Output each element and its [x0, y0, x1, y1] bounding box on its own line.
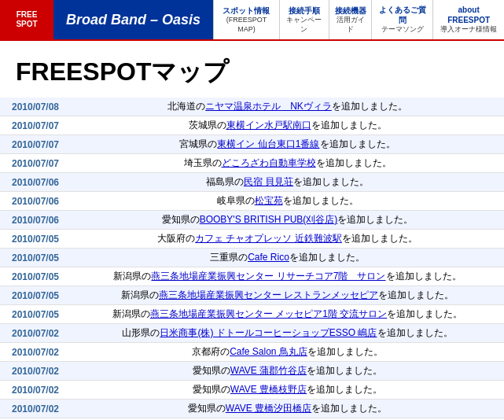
content-cell: 新潟県の燕三条地場産業振興センター リサーチコア7階 サロンを追加しました。 [71, 267, 504, 286]
brand-area: Broad Band – Oasis [53, 0, 213, 39]
content-cell: 愛知県のBOOBY'S BRITISH PUB(刈谷店)を追加しました。 [71, 211, 504, 230]
nav-item-1[interactable]: 接続手順キャンペーン [279, 0, 329, 39]
location-link[interactable]: Cafe Rico [248, 252, 289, 263]
page-title-area: FREESPOTマップ [0, 41, 504, 98]
table-row: 2010/07/06福島県の民宿 貝見荘を追加しました。 [0, 173, 504, 192]
table-row: 2010/07/02愛知県のWAVE 蒲郡竹谷店を追加しました。 [0, 362, 504, 381]
content-cell: 山形県の日米商事(株) ドトールコーヒーショップESSO 嶋店を追加しました。 [71, 324, 504, 343]
location-link[interactable]: 東横イン 仙台東口1番線 [217, 138, 319, 149]
table-row: 2010/07/07埼玉県のどころざわ自動車学校を追加しました。 [0, 154, 504, 173]
date-cell: 2010/07/08 [0, 98, 71, 116]
table-row: 2010/07/02山形県の日米商事(株) ドトールコーヒーショップESSO 嶋… [0, 324, 504, 343]
content-cell: 新潟県の燕三条地場産業振興センター メッセピア1階 交流サロンを追加しました。 [71, 305, 504, 324]
location-link[interactable]: 燕三条地場産業振興センター リサーチコア7階 サロン [151, 271, 385, 282]
table-row: 2010/07/05三重県のCafe Ricoを追加しました。 [0, 249, 504, 267]
table-row: 2010/07/02京都府のCafe Salon 鳥丸店を追加しました。 [0, 343, 504, 362]
location-link[interactable]: 東横イン水戸駅南口 [226, 120, 311, 131]
date-cell: 2010/07/05 [0, 286, 71, 305]
page-title: FREESPOTマップ [16, 55, 488, 90]
table-row: 2010/07/06愛知県のBOOBY'S BRITISH PUB(刈谷店)を追… [0, 211, 504, 230]
content-cell: 愛知県のWAVE 蒲郡竹谷店を追加しました。 [71, 362, 504, 381]
date-cell: 2010/07/06 [0, 192, 71, 211]
content-cell: 愛知県のWAVE 豊橋枝野店を追加しました。 [71, 381, 504, 400]
date-cell: 2010/07/07 [0, 154, 71, 173]
nav-item-0[interactable]: スポット情報(FREESPOT MAP) [213, 0, 279, 39]
content-cell: 三重県のCafe Ricoを追加しました。 [71, 249, 504, 267]
location-link[interactable]: BOOBY'S BRITISH PUB(刈谷店) [200, 214, 338, 225]
location-link[interactable]: 民宿 貝見荘 [244, 176, 293, 187]
location-link[interactable]: WAVE 豊橋枝野店 [230, 384, 307, 395]
date-cell: 2010/07/05 [0, 305, 71, 324]
content-cell: 岐阜県の松宝苑を追加しました。 [71, 192, 504, 211]
table-row: 2010/07/06岐阜県の松宝苑を追加しました。 [0, 192, 504, 211]
table-row: 2010/07/02愛知県のWAVE 豊橋汐田橋店を追加しました。 [0, 400, 504, 418]
date-cell: 2010/07/02 [0, 343, 71, 362]
location-link[interactable]: ニヤマ温泉ホテル NKヴィラ [205, 101, 332, 112]
date-cell: 2010/07/05 [0, 249, 71, 267]
content-cell: 京都府のCafe Salon 鳥丸店を追加しました。 [71, 343, 504, 362]
location-link[interactable]: 松宝苑 [255, 195, 283, 206]
date-cell: 2010/07/05 [0, 230, 71, 249]
location-link[interactable]: 燕三条地場産業振興センター メッセピア1階 交流サロン [150, 308, 387, 319]
table-row: 2010/07/07茨城県の東横イン水戸駅南口を追加しました。 [0, 116, 504, 135]
date-cell: 2010/07/02 [0, 400, 71, 418]
date-cell: 2010/07/06 [0, 211, 71, 230]
date-cell: 2010/07/07 [0, 116, 71, 135]
table-row: 2010/07/05新潟県の燕三条地場産業振興センター メッセピア1階 交流サロ… [0, 305, 504, 324]
nav-item-2[interactable]: 接続機器活用ガイド [329, 0, 372, 39]
content-cell: 大阪府のカフェ チャオプレッソ 近鉄難波駅を追加しました。 [71, 230, 504, 249]
content-cell: 福島県の民宿 貝見荘を追加しました。 [71, 173, 504, 192]
location-link[interactable]: カフェ チャオプレッソ 近鉄難波駅 [195, 233, 342, 244]
table-body: 2010/07/08北海道のニヤマ温泉ホテル NKヴィラを追加しました。2010… [0, 98, 504, 420]
date-cell: 2010/07/06 [0, 173, 71, 192]
date-cell: 2010/07/02 [0, 381, 71, 400]
table-row: 2010/07/08北海道のニヤマ温泉ホテル NKヴィラを追加しました。 [0, 98, 504, 116]
table-row: 2010/07/05大阪府のカフェ チャオプレッソ 近鉄難波駅を追加しました。 [0, 230, 504, 249]
content-cell: 北海道のニヤマ温泉ホテル NKヴィラを追加しました。 [71, 98, 504, 116]
location-link[interactable]: 燕三条地場産業振興センター レストランメッセピア [159, 289, 378, 300]
nav-item-4[interactable]: about FREESPOT導入オーナ様情報 [432, 0, 504, 39]
date-cell: 2010/07/05 [0, 267, 71, 286]
location-link[interactable]: WAVE 豊橋汐田橋店 [226, 403, 311, 414]
location-link[interactable]: Cafe Salon 鳥丸店 [230, 346, 307, 357]
table-row: 2010/07/05新潟県の燕三条地場産業振興センター リサーチコア7階 サロン… [0, 267, 504, 286]
date-cell: 2010/07/02 [0, 324, 71, 343]
nav-area: スポット情報(FREESPOT MAP)接続手順キャンペーン接続機器活用ガイドよ… [213, 0, 504, 39]
brand-title: Broad Band – Oasis [66, 12, 200, 28]
freespot-logo: FREESPOT [16, 10, 37, 29]
date-cell: 2010/07/02 [0, 362, 71, 381]
content-cell: 愛知県のWAVE 豊橋汐田橋店を追加しました。 [71, 400, 504, 418]
location-link[interactable]: WAVE 蒲郡竹谷店 [230, 365, 307, 376]
location-link[interactable]: 日米商事(株) ドトールコーヒーショップESSO 嶋店 [160, 327, 377, 338]
entries-table: 2010/07/08北海道のニヤマ温泉ホテル NKヴィラを追加しました。2010… [0, 98, 504, 420]
nav-item-3[interactable]: よくあるご質問テーマソング [371, 0, 432, 39]
content-cell: 埼玉県のどころざわ自動車学校を追加しました。 [71, 154, 504, 173]
content-cell: 新潟県の燕三条地場産業振興センター レストランメッセピアを追加しました。 [71, 286, 504, 305]
header: FREESPOT Broad Band – Oasis スポット情報(FREES… [0, 0, 504, 41]
table-row: 2010/07/05新潟県の燕三条地場産業振興センター レストランメッセピアを追… [0, 286, 504, 305]
location-link[interactable]: どころざわ自動車学校 [222, 157, 316, 168]
logo-area: FREESPOT [0, 0, 53, 39]
content-cell: 宮城県の東横イン 仙台東口1番線を追加しました。 [71, 135, 504, 154]
date-cell: 2010/07/07 [0, 135, 71, 154]
table-row: 2010/07/07宮城県の東横イン 仙台東口1番線を追加しました。 [0, 135, 504, 154]
table-row: 2010/07/02愛知県のWAVE 豊橋枝野店を追加しました。 [0, 381, 504, 400]
content-cell: 茨城県の東横イン水戸駅南口を追加しました。 [71, 116, 504, 135]
